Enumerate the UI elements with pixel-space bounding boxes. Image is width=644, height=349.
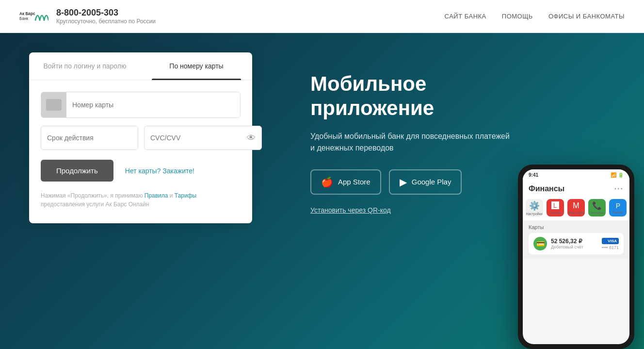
rules-link[interactable]: Правила — [145, 192, 168, 199]
svg-text:Банк: Банк — [19, 16, 29, 20]
expiry-cvv-group: 👁 — [41, 126, 241, 150]
phone-outer: 9:41 📶 🔋 Финансы ··· ⚙️ Настройки — [518, 165, 634, 349]
phone-status-bar: 9:41 📶 🔋 — [523, 169, 629, 181]
nav-help[interactable]: ПОМОЩЬ — [502, 13, 533, 20]
store-buttons: 🍎 App Store ▶ Google Play — [310, 169, 543, 195]
phone-card-item: 💳 52 526,32 ₽ Дебетовый счёт VISA •••• 8… — [529, 233, 624, 254]
phone-icons-row: ⚙️ Настройки 🅻 Легкий М Мой офис 📞 — [523, 195, 629, 220]
card-input-wrapper — [41, 92, 241, 118]
promo-content: Мобильное приложение Удобный мобильный б… — [310, 72, 543, 215]
expiry-input[interactable] — [41, 126, 138, 150]
visa-logo: VISA — [602, 238, 619, 244]
no-card-link[interactable]: Нет карты? Закажите! — [125, 167, 194, 175]
tariffs-link[interactable]: Тарифы — [175, 192, 196, 199]
tab-login-password[interactable]: Войти по логину и паролю — [29, 52, 141, 80]
header-left: Ак Барс Банк 8-800-2005-303 Круглосуточн… — [19, 8, 156, 25]
logo-icon: Ак Барс Банк — [19, 9, 48, 24]
phone-cards-section: Карты 💳 52 526,32 ₽ Дебетовый счёт VISA … — [523, 220, 629, 258]
form-tabs: Войти по логину и паролю По номеру карты — [29, 52, 252, 80]
phone-number: 8-800-2005-303 — [56, 8, 156, 18]
tab-card-number[interactable]: По номеру карты — [141, 52, 252, 80]
cvv-wrapper: 👁 — [144, 126, 262, 150]
card-chip-icon — [41, 92, 66, 117]
promo-title: Мобильное приложение — [310, 72, 543, 121]
google-play-label: Google Play — [412, 178, 451, 186]
apple-icon: 🍎 — [321, 176, 333, 188]
phone-app-header: Финансы ··· — [523, 181, 629, 195]
qr-code-link[interactable]: Установить через QR-код — [310, 206, 391, 214]
phone-block: 8-800-2005-303 Круглосуточно, бесплатно … — [56, 8, 156, 25]
bank-logo-svg: Ак Барс Банк — [19, 9, 48, 24]
card-number-badge: •••• 8171 — [602, 245, 619, 250]
google-play-button[interactable]: ▶ Google Play — [389, 169, 462, 195]
card-number-group — [41, 92, 241, 118]
app-store-button[interactable]: 🍎 App Store — [310, 169, 381, 195]
cvv-half: 👁 — [144, 126, 262, 150]
card-type-label: Дебетовый счёт — [551, 245, 598, 249]
card-info: 52 526,32 ₽ Дебетовый счёт — [551, 238, 598, 249]
phone-screen: 9:41 📶 🔋 Финансы ··· ⚙️ Настройки — [523, 169, 629, 344]
phone-app-title: Финансы — [529, 184, 564, 193]
app-icon-tel: 📞 Телефон — [588, 199, 606, 216]
form-disclaimer: Нажимая «Продолжить», я принимаю Правила… — [29, 191, 252, 209]
promo-panel: Мобильное приложение Удобный мобильный б… — [281, 33, 644, 349]
cards-title: Карты — [529, 224, 624, 230]
phone-menu-icon: ··· — [614, 184, 624, 193]
disclaimer-text-before: Нажимая «Продолжить», я принимаю — [41, 192, 145, 199]
expiry-wrapper — [41, 126, 138, 150]
card-circle-icon: 💳 — [533, 237, 547, 250]
form-actions: Продолжить Нет карты? Закажите! — [41, 160, 241, 182]
nav-site[interactable]: САЙТ БАНКА — [445, 13, 486, 20]
cvv-input[interactable] — [145, 126, 241, 150]
eye-icon[interactable]: 👁 — [241, 133, 261, 143]
main: Войти по логину и паролю По номеру карты — [0, 33, 644, 349]
continue-button[interactable]: Продолжить — [41, 160, 113, 182]
login-panel: Войти по логину и паролю По номеру карты — [0, 33, 281, 349]
header-nav: САЙТ БАНКА ПОМОЩЬ ОФИСЫ И БАНКОМАТЫ — [445, 13, 625, 20]
promo-description: Удобный мобильный банк для повседневных … — [310, 131, 543, 154]
app-icon-settings: ⚙️ Настройки — [526, 199, 543, 216]
form-body: 👁 Продолжить Нет карты? Закажите! — [29, 80, 252, 182]
app-icon-rasten: Р Растен — [609, 199, 627, 216]
phone-signal: 📶 🔋 — [611, 172, 624, 178]
card-amount: 52 526,32 ₽ — [551, 238, 598, 245]
disclaimer-after: предоставления услуги Ак Барс Онлайн — [41, 201, 149, 208]
phone-time: 9:41 — [529, 172, 538, 178]
card-chip-inner — [46, 99, 62, 111]
nav-offices[interactable]: ОФИСЫ И БАНКОМАТЫ — [548, 13, 625, 20]
form-card: Войти по логину и паролю По номеру карты — [29, 52, 252, 223]
app-store-label: App Store — [338, 178, 370, 186]
app-icon-legkiy: 🅻 Легкий — [547, 199, 564, 216]
card-number-input[interactable] — [66, 93, 240, 116]
disclaimer-and: и — [168, 192, 174, 199]
phone-mockup: 9:41 📶 🔋 Финансы ··· ⚙️ Настройки — [518, 165, 644, 349]
play-icon: ▶ — [400, 176, 407, 188]
svg-text:Ак Барс: Ак Барс — [19, 12, 35, 16]
expiry-half — [41, 126, 138, 150]
phone-subtitle: Круглосуточно, бесплатно по России — [56, 18, 156, 25]
card-right: VISA •••• 8171 — [602, 238, 619, 250]
app-icon-moy: М Мой офис — [567, 199, 585, 216]
header: Ак Барс Банк 8-800-2005-303 Круглосуточн… — [0, 0, 644, 33]
